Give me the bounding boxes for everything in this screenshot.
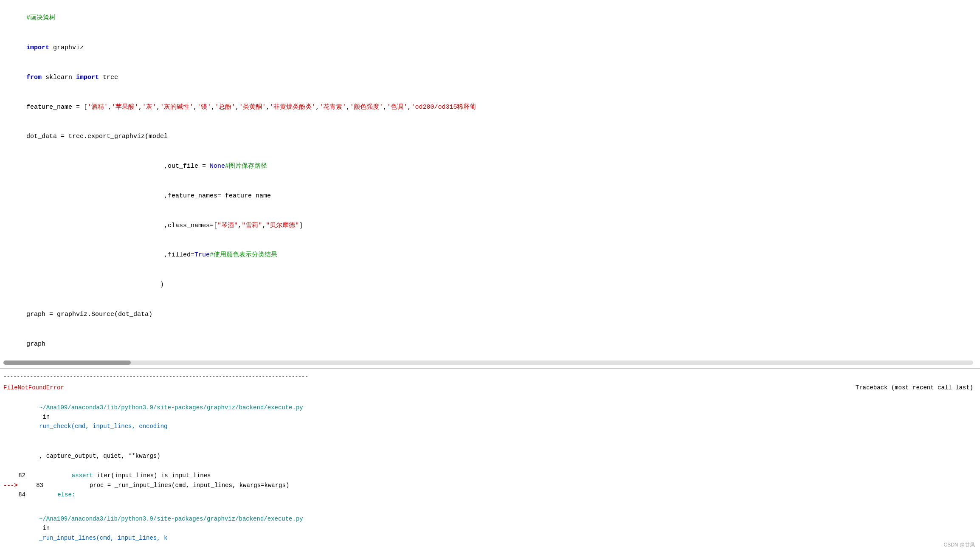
code-line-11: graph = graphviz.Source(dot_data): [3, 300, 973, 330]
comment-title: #画决策树: [26, 14, 56, 22]
keyword-import-2: import: [76, 74, 99, 81]
bottom-error-section: ----------------------------------------…: [0, 369, 980, 552]
code-line-3: from sklearn import tree: [3, 63, 973, 93]
code-line-7: ,feature_names= feature_name: [3, 181, 973, 211]
code-line-1: #画决策树: [3, 3, 973, 33]
keyword-from: from: [26, 74, 42, 81]
tb-path-1b: , capture_output, quiet, **kwargs): [3, 442, 973, 470]
traceback-block-2: ~/Ana109/anaconda3/lib/python3.9/site-pa…: [3, 504, 973, 552]
tb-path-2: ~/Ana109/anaconda3/lib/python3.9/site-pa…: [3, 504, 973, 552]
top-code-section: #画决策树 import graphviz from sklearn impor…: [0, 0, 980, 369]
tb-code-lines-1: 82 assert iter(input_lines) is input_lin…: [3, 471, 973, 499]
error-output: ----------------------------------------…: [3, 372, 973, 552]
code-line-12: graph: [3, 329, 973, 359]
code-line-6: ,out_file = None#图片保存路径: [3, 152, 973, 181]
traceback-header: FileNotFoundError Traceback (most recent…: [3, 383, 973, 392]
keyword-import: import: [26, 44, 49, 51]
tb-code-line-83: ---> 83 proc = _run_input_lines(cmd, inp…: [3, 481, 973, 490]
tb-code-line-82: 82 assert iter(input_lines) is input_lin…: [3, 471, 973, 480]
code-line-9: ,filled=True#使用颜色表示分类结果: [3, 240, 973, 270]
code-line-8: ,class_names=["琴酒","雪莉","贝尔摩德"]: [3, 211, 973, 240]
code-line-10: ): [3, 270, 973, 300]
scrollbar-thumb[interactable]: [3, 360, 131, 365]
error-name: FileNotFoundError: [3, 383, 64, 392]
traceback-label: Traceback (most recent call last): [856, 383, 973, 392]
scrollbar-track[interactable]: [3, 360, 973, 365]
page-wrapper: #画决策树 import graphviz from sklearn impor…: [0, 0, 980, 552]
traceback-block-1: ~/Ana109/anaconda3/lib/python3.9/site-pa…: [3, 393, 973, 499]
code-line-2: import graphviz: [3, 33, 973, 63]
tb-code-line-84: 84 else:: [3, 490, 973, 499]
watermark: CSDN @甘风: [943, 541, 975, 549]
tb-path-1: ~/Ana109/anaconda3/lib/python3.9/site-pa…: [3, 393, 973, 441]
code-line-5: dot_data = tree.export_graphviz(model: [3, 122, 973, 152]
code-line-4: feature_name = ['酒精','苹果酸','灰','灰的碱性','镁…: [3, 92, 973, 122]
error-divider: ----------------------------------------…: [3, 372, 973, 381]
